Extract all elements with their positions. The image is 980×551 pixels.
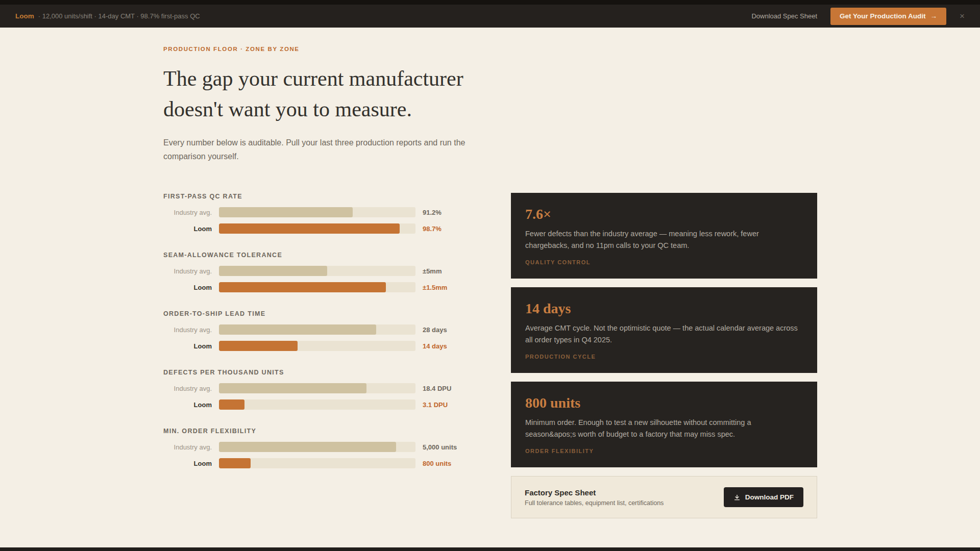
- bar-track: [219, 383, 415, 393]
- bar-track: [219, 399, 415, 410]
- industry-bar: [219, 207, 353, 217]
- metric-group-seam-tolerance: SEAM-ALLOWANCE TOLERANCE Industry avg. ±…: [163, 252, 480, 292]
- bar-row-industry: Industry avg. 91.2%: [163, 207, 480, 217]
- row-value: 28 days: [423, 326, 447, 334]
- topbar-stats: · 12,000 units/shift · 14-day CMT · 98.7…: [38, 12, 200, 20]
- row-value: 91.2%: [423, 209, 442, 216]
- bar-track: [219, 324, 415, 335]
- row-label: Industry avg.: [163, 326, 219, 334]
- brand-logo: Loom: [15, 12, 34, 20]
- loom-bar: [219, 341, 298, 351]
- row-label: Industry avg.: [163, 209, 219, 216]
- stat-value: 14 days: [525, 300, 803, 317]
- arrow-right-icon: →: [930, 12, 938, 20]
- stat-value: 7.6×: [525, 206, 803, 222]
- bar-track: [219, 207, 415, 217]
- spec-sheet-card: Factory Spec Sheet Full tolerance tables…: [511, 476, 817, 518]
- row-label: Industry avg.: [163, 267, 219, 275]
- bar-track: [219, 458, 415, 468]
- production-audit-button[interactable]: Get Your Production Audit →: [830, 8, 946, 25]
- topbar-brand-group: Loom · 12,000 units/shift · 14-day CMT ·…: [15, 12, 200, 20]
- stat-description: Average CMT cycle. Not the optimistic qu…: [525, 322, 803, 346]
- row-value: ±1.5mm: [423, 284, 447, 291]
- spec-sheet-text: Factory Spec Sheet Full tolerance tables…: [525, 488, 664, 507]
- metric-group-min-order: MIN. ORDER FLEXIBILITY Industry avg. 5,0…: [163, 428, 480, 468]
- stat-description: Minimum order. Enough to test a new silh…: [525, 417, 803, 440]
- bar-row-loom: Loom 3.1 DPU: [163, 399, 480, 410]
- industry-bar: [219, 266, 327, 276]
- row-value: 3.1 DPU: [423, 401, 448, 409]
- spec-sheet-title: Factory Spec Sheet: [525, 488, 664, 497]
- loom-bar: [219, 458, 251, 468]
- industry-bar: [219, 442, 396, 452]
- row-value: 18.4 DPU: [423, 385, 451, 392]
- bar-row-loom: Loom 98.7%: [163, 223, 480, 234]
- stat-card-order: 800 units Minimum order. Enough to test …: [511, 382, 817, 467]
- bar-track: [219, 341, 415, 351]
- metric-group-lead-time: ORDER-TO-SHIP LEAD TIME Industry avg. 28…: [163, 310, 480, 351]
- spec-sheet-subtitle: Full tolerance tables, equipment list, c…: [525, 499, 664, 507]
- row-label: Loom: [163, 284, 219, 291]
- bar-row-loom: Loom ±1.5mm: [163, 282, 480, 292]
- bar-row-industry: Industry avg. 28 days: [163, 324, 480, 335]
- announcement-bar: Loom · 12,000 units/shift · 14-day CMT ·…: [0, 0, 980, 28]
- metric-label: FIRST-PASS QC RATE: [163, 193, 480, 200]
- close-icon[interactable]: ×: [960, 12, 965, 20]
- download-pdf-button[interactable]: Download PDF: [724, 487, 803, 507]
- row-label: Industry avg.: [163, 443, 219, 451]
- next-section-edge: [0, 547, 980, 551]
- stat-card-cycle: 14 days Average CMT cycle. Not the optim…: [511, 287, 817, 373]
- row-value: ±5mm: [423, 267, 442, 275]
- bar-row-industry: Industry avg. 5,000 units: [163, 442, 480, 452]
- metric-label: ORDER-TO-SHIP LEAD TIME: [163, 310, 480, 317]
- row-label: Industry avg.: [163, 385, 219, 392]
- eyebrow-label: PRODUCTION FLOOR · ZONE BY ZONE: [163, 46, 521, 52]
- stat-card-quality: 7.6× Fewer defects than the industry ave…: [511, 193, 817, 279]
- industry-bar: [219, 324, 376, 335]
- row-value: 800 units: [423, 460, 451, 467]
- page-subtitle: Every number below is auditable. Pull yo…: [163, 136, 490, 163]
- industry-bar: [219, 383, 366, 393]
- stat-cards-column: 7.6× Fewer defects than the industry ave…: [511, 193, 817, 518]
- stat-value: 800 units: [525, 395, 803, 411]
- row-value: 14 days: [423, 342, 447, 350]
- cta-label: Get Your Production Audit: [840, 12, 926, 20]
- metric-group-qc-rate: FIRST-PASS QC RATE Industry avg. 91.2% L…: [163, 193, 480, 234]
- stat-description: Fewer defects than the industry average …: [525, 228, 803, 252]
- bar-row-industry: Industry avg. ±5mm: [163, 266, 480, 276]
- loom-bar: [219, 282, 386, 292]
- bar-track: [219, 223, 415, 234]
- hero-section: PRODUCTION FLOOR · ZONE BY ZONE The gap …: [163, 46, 521, 163]
- metric-label: SEAM-ALLOWANCE TOLERANCE: [163, 252, 480, 259]
- bar-row-industry: Industry avg. 18.4 DPU: [163, 383, 480, 393]
- stat-tag: PRODUCTION CYCLE: [525, 354, 803, 360]
- bar-track: [219, 266, 415, 276]
- download-pdf-label: Download PDF: [745, 493, 794, 501]
- bar-row-loom: Loom 800 units: [163, 458, 480, 468]
- bar-row-loom: Loom 14 days: [163, 341, 480, 351]
- metric-group-defects: DEFECTS PER THOUSAND UNITS Industry avg.…: [163, 369, 480, 410]
- bar-track: [219, 442, 415, 452]
- topbar-actions: Download Spec Sheet Get Your Production …: [751, 8, 965, 25]
- row-value: 5,000 units: [423, 443, 457, 451]
- stat-tag: QUALITY CONTROL: [525, 259, 803, 265]
- metric-label: MIN. ORDER FLEXIBILITY: [163, 428, 480, 435]
- row-value: 98.7%: [423, 225, 442, 233]
- comparison-chart: FIRST-PASS QC RATE Industry avg. 91.2% L…: [163, 193, 480, 486]
- row-label: Loom: [163, 342, 219, 350]
- download-spec-sheet-link[interactable]: Download Spec Sheet: [751, 12, 817, 20]
- page-title: The gap your current manufacturer doesn'…: [163, 63, 516, 124]
- row-label: Loom: [163, 225, 219, 233]
- row-label: Loom: [163, 460, 219, 467]
- loom-bar: [219, 399, 244, 410]
- stat-tag: ORDER FLEXIBILITY: [525, 448, 803, 454]
- metric-label: DEFECTS PER THOUSAND UNITS: [163, 369, 480, 376]
- loom-bar: [219, 223, 400, 234]
- download-icon: [733, 494, 741, 501]
- row-label: Loom: [163, 401, 219, 409]
- bar-track: [219, 282, 415, 292]
